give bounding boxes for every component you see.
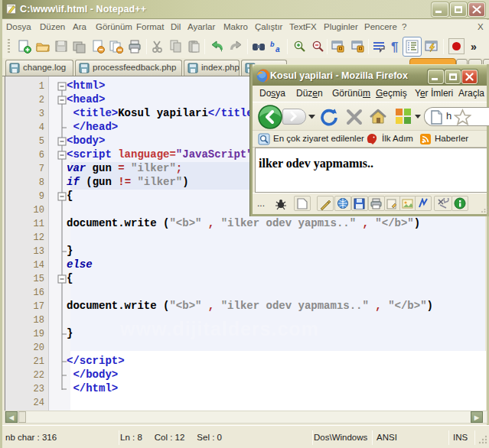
svg-text:¶: ¶ (391, 40, 398, 54)
svg-text:a: a (275, 45, 280, 54)
svg-text:b: b (270, 41, 275, 48)
